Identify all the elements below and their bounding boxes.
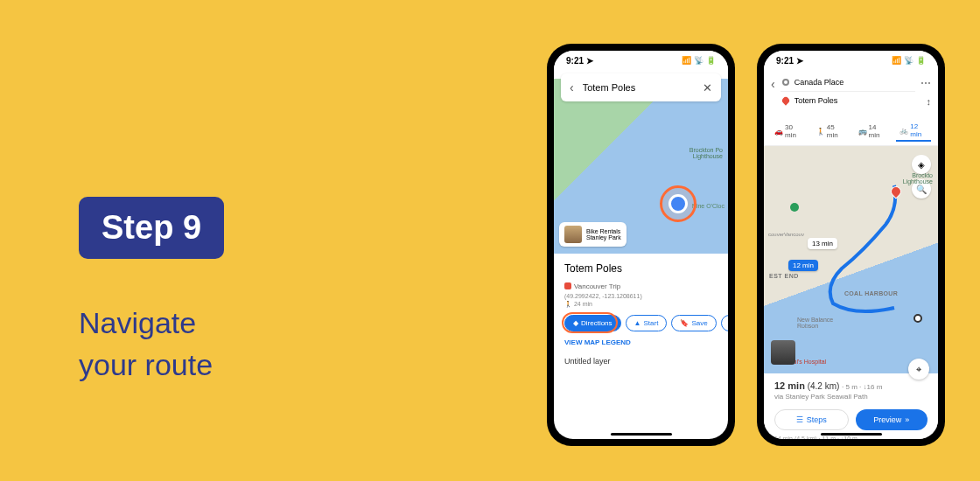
tagline-line1: Navigate	[79, 303, 224, 345]
coordinates-text: (49.2992422, -123.1208611)	[564, 293, 718, 299]
action-row: ◆ Directions ▲ Start 🔖 Save ⇧	[564, 315, 718, 331]
layers-button[interactable]: ◈	[912, 155, 931, 174]
walk-time-text: 🚶 24 min	[564, 301, 718, 308]
view-legend-link[interactable]: VIEW MAP LEGEND	[564, 338, 718, 346]
origin-marker-icon	[914, 314, 922, 323]
share-button[interactable]: ⇧	[721, 315, 728, 331]
origin-text: Canada Place	[794, 78, 844, 87]
mode-transit-time: 14 min	[869, 123, 886, 139]
origin-input[interactable]: Canada Place	[780, 73, 915, 92]
trip-color-icon	[564, 282, 571, 289]
phone-left: 9:21 ➤ 📶 📡 🔋 ‹ Totem Poles ✕ Brockton Po…	[547, 44, 735, 446]
status-bar: 9:21 ➤ 📶 📡 🔋	[554, 51, 728, 70]
map-view[interactable]: Brockton Po Lighthouse Nine O'Cloc Bike …	[554, 79, 728, 254]
status-bar: 9:21 ➤ 📶 📡 🔋	[764, 51, 938, 70]
map-label-nineoclock: Nine O'Cloc	[692, 203, 724, 209]
destination-pin-icon	[780, 95, 790, 105]
result-via: via Stanley Park Seawall Path	[774, 393, 928, 401]
save-label: Save	[691, 319, 707, 327]
streetview-thumb[interactable]	[771, 340, 795, 365]
directions-icon: ◆	[573, 319, 578, 327]
status-time: 9:21	[566, 56, 584, 66]
route-time-badge-main[interactable]: 12 min	[788, 260, 818, 271]
steps-label: Steps	[807, 415, 827, 424]
start-icon: ▲	[634, 319, 641, 327]
steps-icon: ☰	[796, 415, 803, 424]
bookmark-icon: 🔖	[680, 319, 689, 327]
tagline-line2: your route	[79, 345, 224, 387]
mode-walk-tab[interactable]: 🚶45 min	[813, 121, 848, 142]
start-label: Start	[644, 319, 659, 327]
share-icon: ⇧	[727, 319, 728, 327]
mode-car-time: 30 min	[785, 123, 802, 139]
result-elevation: · 5 m · ↓16 m	[842, 383, 882, 391]
mode-car-tab[interactable]: 🚗30 min	[771, 121, 806, 142]
location-crosshair-icon: ⌖	[916, 364, 921, 375]
signal-icon: 📶	[892, 56, 901, 65]
battery-icon: 🔋	[706, 56, 716, 65]
map-poi-gardens-icon	[790, 203, 799, 212]
bike-rentals-title: Bike Rentals	[586, 228, 621, 234]
route-result-panel: 12 min (4.2 km) · 5 m · ↓16 m via Stanle…	[764, 373, 938, 439]
home-indicator	[821, 433, 882, 436]
status-time: 9:21	[776, 56, 794, 66]
mode-tabs: 🚗30 min 🚶45 min 🚌14 min 🚲12 min	[764, 115, 938, 146]
route-polyline	[811, 172, 916, 330]
layer-label: Untitled layer	[564, 357, 718, 366]
directions-label: Directions	[581, 319, 612, 327]
map-label-coalharbour: COAL HARBOUR	[844, 290, 898, 296]
save-button[interactable]: 🔖 Save	[671, 315, 716, 331]
bike-rentals-subtitle: Stanley Park	[586, 234, 621, 240]
phone-right: 9:21 ➤ 📶 📡 🔋 ‹ Canada Place	[757, 44, 945, 446]
layers-icon: ◈	[918, 160, 925, 170]
location-icon: ➤	[796, 56, 803, 66]
mode-bike-tab[interactable]: 🚲12 min	[896, 121, 931, 142]
bike-rentals-card[interactable]: Bike Rentals Stanley Park	[559, 222, 626, 247]
origin-dot-icon	[782, 79, 789, 86]
preview-label: Preview	[873, 415, 901, 424]
result-summary: 12 min (4.2 km) · 5 m · ↓16 m	[774, 380, 928, 391]
my-location-button[interactable]: ⌖	[908, 359, 929, 380]
more-menu-icon[interactable]: ⋯	[920, 77, 931, 89]
mode-transit-tab[interactable]: 🚌14 min	[855, 121, 890, 142]
destination-input[interactable]: Totem Poles	[780, 92, 915, 109]
trip-name: Vancouver Trip	[574, 282, 620, 290]
back-icon[interactable]: ‹	[570, 80, 574, 94]
start-button[interactable]: ▲ Start	[626, 315, 668, 331]
location-icon: ➤	[586, 56, 593, 66]
map-label-brockton: Brockton Po Lighthouse	[690, 147, 723, 159]
steps-button[interactable]: ☰ Steps	[774, 409, 849, 430]
map-label-brockton: Brockto Lighthouse	[903, 172, 933, 185]
route-map[interactable]: ◈ 🔍 Brockto Lighthouse EST END COAL HARB…	[764, 146, 938, 373]
wifi-icon: 📡	[904, 56, 914, 65]
destination-text: Totem Poles	[794, 96, 838, 105]
result-duration: 12 min	[774, 380, 805, 391]
transit-icon: 🚌	[858, 128, 867, 136]
result-distance: (4.2 km)	[808, 381, 840, 391]
directions-button[interactable]: ◆ Directions	[564, 315, 621, 331]
bike-icon: 🚲	[900, 127, 908, 135]
preview-button[interactable]: Preview »	[856, 409, 928, 430]
search-bar[interactable]: ‹ Totem Poles ✕	[561, 73, 721, 101]
step-badge: Step 9	[79, 197, 224, 259]
search-icon: 🔍	[916, 185, 927, 194]
car-icon: 🚗	[774, 128, 783, 136]
wifi-icon: 📡	[694, 56, 704, 65]
tagline: Navigate your route	[79, 303, 224, 386]
place-title: Totem Poles	[564, 262, 718, 275]
route-header: ‹ Canada Place Totem Poles ⋯ ↕	[764, 70, 938, 115]
close-icon[interactable]: ✕	[703, 81, 712, 94]
alt-route-line: 14 min (4.5 km) · 11 m · ↓10 m	[774, 436, 928, 439]
signal-icon: 📶	[682, 56, 691, 65]
route-time-badge-alt[interactable]: 13 min	[808, 238, 837, 249]
mode-walk-time: 45 min	[827, 123, 844, 139]
walk-icon: 🚶	[816, 128, 825, 136]
map-label-newbalance: New Balance Robson	[797, 317, 833, 329]
battery-icon: 🔋	[916, 56, 926, 65]
forward-icon: »	[905, 415, 909, 424]
bike-thumb-icon	[564, 226, 582, 243]
back-icon[interactable]: ‹	[771, 77, 775, 91]
place-info-panel: Totem Poles Vancouver Trip (49.2992422, …	[554, 254, 728, 374]
swap-icon[interactable]: ↕	[927, 96, 932, 107]
map-label-vancouver: couverVancouv	[768, 232, 804, 237]
